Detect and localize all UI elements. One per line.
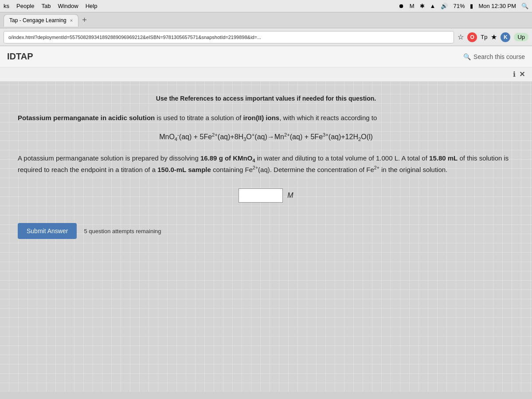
extensions-icon[interactable]: ★: [491, 33, 497, 41]
close-button[interactable]: ✕: [519, 70, 525, 78]
menu-item-ks[interactable]: ks: [4, 3, 9, 9]
url-icons: ☆ O Tp ★ K Up: [458, 32, 528, 42]
intro-bold: Potassium permanganate in acidic solutio…: [18, 114, 155, 121]
equation-block: MnO4-(aq) + 5Fe2+(aq)+8H3O+(aq)→Mn2+(aq)…: [18, 132, 514, 142]
search-area[interactable]: 🔍 Search this course: [463, 53, 525, 60]
spotlight-icon[interactable]: 🔍: [521, 3, 528, 9]
submit-button[interactable]: Submit Answer: [18, 223, 77, 239]
equation-text: MnO4-(aq) + 5Fe2+(aq)+8H3O+(aq)→Mn2+(aq)…: [159, 133, 373, 141]
problem-text: A potassium permanganate solution is pre…: [18, 153, 514, 176]
search-label[interactable]: Search this course: [473, 53, 525, 60]
translate-icon[interactable]: Tp: [481, 34, 487, 40]
search-icon: 🔍: [463, 53, 471, 60]
record-icon: ⏺: [399, 3, 404, 9]
bluetooth-icon: ✱: [420, 3, 425, 9]
tab-bar: Tap - Cengage Learning × +: [0, 12, 532, 28]
menu-bar-left: ks People Tab Window Help: [4, 3, 97, 9]
iron-bold: iron(II) ions: [243, 114, 280, 121]
info-icon: ℹ: [513, 70, 516, 78]
tab-close-button[interactable]: ×: [70, 18, 73, 23]
attempts-remaining: 5 question attempts remaining: [84, 228, 161, 235]
url-text: o/index.html?deploymentId=55750828934189…: [8, 35, 261, 40]
answer-unit: M: [287, 192, 293, 200]
star-icon[interactable]: ☆: [458, 33, 464, 41]
reference-line: Use the References to access important v…: [18, 95, 514, 102]
url-field[interactable]: o/index.html?deploymentId=55750828934189…: [4, 31, 454, 43]
app-title: IDTAP: [7, 51, 33, 62]
stop-icon: O: [467, 32, 477, 42]
tab-cengage[interactable]: Tap - Cengage Learning ×: [4, 14, 78, 27]
sample-bold: 150.0-mL sample: [157, 166, 211, 173]
answer-section: M: [18, 188, 514, 203]
intro-rest: is used to titrate a solution of iron(II…: [156, 114, 377, 121]
answer-input[interactable]: [239, 188, 283, 203]
new-tab-button[interactable]: +: [82, 16, 87, 25]
app-header: IDTAP 🔍 Search this course: [0, 46, 532, 67]
menu-item-help[interactable]: Help: [86, 3, 98, 9]
menu-item-people[interactable]: People: [16, 3, 34, 9]
menu-item-window[interactable]: Window: [58, 3, 78, 9]
url-bar: o/index.html?deploymentId=55750828934189…: [0, 28, 532, 46]
battery-level: 71%: [453, 3, 465, 9]
intro-text: Potassium permanganate in acidic solutio…: [18, 113, 514, 123]
clock: Mon 12:30 PM: [478, 3, 516, 9]
mail-icon: M: [410, 3, 415, 9]
info-bar: ℹ ✕: [0, 67, 532, 82]
profile-icon[interactable]: K: [501, 32, 510, 42]
tab-title: Tap - Cengage Learning: [9, 17, 66, 23]
volume-bold: 15.80 mL: [429, 154, 458, 162]
menu-bar: ks People Tab Window Help ⏺ M ✱ ▲ 🔊 71% …: [0, 0, 532, 12]
main-content: Use the References to access important v…: [0, 82, 532, 392]
battery-icon: ▮: [470, 3, 473, 9]
volume-icon: 🔊: [441, 3, 448, 9]
bottom-bar: Submit Answer 5 question attempts remain…: [18, 216, 514, 246]
mass-bold: 16.89 g of KMnO4: [200, 154, 255, 162]
menu-item-tab[interactable]: Tab: [41, 3, 51, 9]
menu-bar-right: ⏺ M ✱ ▲ 🔊 71% ▮ Mon 12:30 PM 🔍: [399, 3, 528, 9]
more-options-button[interactable]: Up: [514, 33, 528, 41]
wifi-icon: ▲: [430, 3, 436, 9]
